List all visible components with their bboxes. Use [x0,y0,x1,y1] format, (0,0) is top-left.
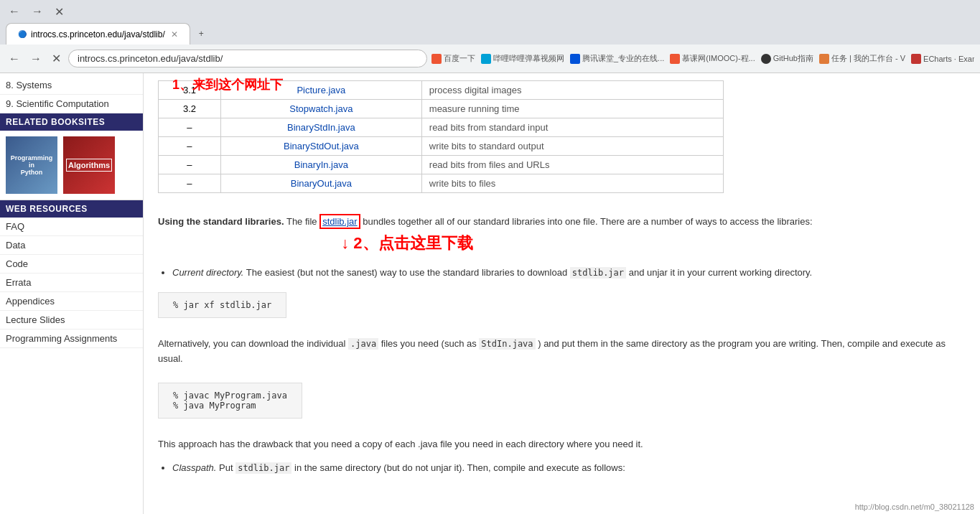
bookmarks-bar: 百度一下 哔哩哔哩弹幕视频网 腾讯课堂_专业的在线... 慕课网(IMOOC)-… [431,53,974,64]
tab-favicon: 🔵 [18,30,27,38]
table-cell-desc: write bits to files [421,174,723,193]
table-row: – BinaryIn.java read bits from files and… [159,156,724,174]
table-row: 3.1 Picture.java process digital images [159,81,724,100]
file-link[interactable]: Stopwatch.java [289,103,353,114]
table-cell-num: 3.1 [159,81,221,100]
table-cell-file: BinaryOut.java [220,174,421,193]
watermark: http://blog.csdn.net/m0_38021128 [855,503,974,511]
stdlib-jar-classpath: stdlib.jar [235,462,291,474]
table-cell-desc: read bits from files and URLs [421,156,723,174]
sidebar-section-web: Web Resources [0,200,143,218]
file-link[interactable]: BinaryStdIn.java [287,122,355,133]
table-cell-num: 3.2 [159,100,221,118]
table-cell-desc: write bits to standard output [421,137,723,156]
file-link[interactable]: BinaryIn.java [294,159,348,170]
new-tab-button[interactable]: + [190,23,213,45]
file-link[interactable]: BinaryStdOut.java [284,141,359,151]
table-cell-num: – [159,174,221,193]
table-row: 3.2 Stopwatch.java measure running time [159,100,724,118]
bookmark-task[interactable]: 任务 | 我的工作台 - V [819,53,905,64]
stdlib-table: 3.1 Picture.java process digital images … [158,80,724,193]
stdin-code: StdIn.java [479,338,535,350]
sidebar-books: ProgramminginPython Algorithms [0,131,143,200]
list-item-current-dir: Current directory. The easiest (but not … [172,266,966,280]
using-libraries-section: Using the standard libraries. The file s… [158,207,966,487]
sidebar-item-errata[interactable]: Errata [0,274,143,292]
table-cell-file: BinaryStdIn.java [220,118,421,137]
book-cover-python[interactable]: ProgramminginPython [6,136,57,194]
classpath-list: Classpath. Put stdlib.jar in the same di… [172,461,966,475]
table-cell-file: Stopwatch.java [220,100,421,118]
table-row: – BinaryOut.java write bits to files [159,174,724,193]
drawback-para: This approach has the drawback that you … [158,437,966,452]
bookmark-baidu[interactable]: 百度一下 [431,53,475,64]
bookmark-tencent[interactable]: 腾讯课堂_专业的在线... [570,53,664,64]
active-tab[interactable]: 🔵 introcs.cs.princeton.edu/java/stdlib/ … [6,23,190,45]
table-container: 3.1 Picture.java process digital images … [158,80,966,193]
using-libraries-title: Using the standard libraries. [158,216,284,227]
stdlib-jar-link[interactable]: stdlib.jar [319,214,360,229]
nav-forward[interactable]: → [27,50,45,68]
java-ext-code: .java [348,338,378,350]
forward-button[interactable]: → [29,2,46,21]
bookmark-github[interactable]: GitHub指南 [761,53,813,64]
code-block-compile: % javac MyProgram.java % java MyProgram [158,383,302,419]
bookmark-bilibili[interactable]: 哔哩哔哩弹幕视频网 [481,53,564,64]
code-block-jar: % jar xf stdlib.jar [158,292,286,318]
sidebar-section-booksites: Related Booksites [0,113,143,131]
table-cell-num: – [159,137,221,156]
reload-button[interactable]: ✕ [52,2,67,22]
annotation-step2: ↓ 2、点击这里下载 [341,230,472,256]
access-methods-list: Current directory. The easiest (but not … [172,266,966,280]
using-libraries-text: Using the standard libraries. The file s… [158,215,966,230]
bullet-title-classpath: Classpath. [172,462,216,473]
sidebar-item-appendices[interactable]: Appendices [0,292,143,311]
table-cell-desc: process digital images [421,81,723,100]
main-content: 1、来到这个网址下 ↑ 3.1 Picture.java process dig… [144,73,980,514]
alternative-para: Alternatively, you can download the indi… [158,337,966,367]
nav-back[interactable]: ← [6,50,23,68]
table-row: – BinaryStdIn.java read bits from standa… [159,118,724,137]
sidebar-item-data[interactable]: Data [0,236,143,255]
sidebar-item-systems[interactable]: 8. Systems [0,76,143,95]
book-cover-algorithms[interactable]: Algorithms [63,136,115,194]
back-button[interactable]: ← [6,2,23,21]
nav-reload[interactable]: ✕ [49,49,64,68]
title-bar: ← → ✕ [0,0,980,23]
url-input[interactable] [68,50,427,67]
table-cell-file: Picture.java [220,81,421,100]
table-cell-num: – [159,118,221,137]
list-item-classpath: Classpath. Put stdlib.jar in the same di… [172,461,966,475]
code-line-2: % java MyProgram [173,401,287,411]
stdlib-jar-inline: stdlib.jar [570,267,626,279]
code-line-1: % javac MyProgram.java [173,391,287,401]
file-link[interactable]: BinaryOut.java [291,178,352,189]
browser-chrome: ← → ✕ 🔵 introcs.cs.princeton.edu/java/st… [0,0,980,73]
bookmark-imooc[interactable]: 慕课网(IMOOC)-程... [670,53,755,64]
bookmark-echarts-ex[interactable]: ECharts · Example [911,54,974,64]
sidebar-item-scientific[interactable]: 9. Scientific Computation [0,95,143,113]
table-cell-num: – [159,156,221,174]
using-text-before: The file [286,216,319,227]
table-cell-desc: measure running time [421,100,723,118]
page-content: 8. Systems 9. Scientific Computation Rel… [0,73,980,514]
table-cell-file: BinaryIn.java [220,156,421,174]
file-link[interactable]: Picture.java [297,85,345,95]
nav-bar: ← → ✕ 百度一下 哔哩哔哩弹幕视频网 腾讯课堂_专业的在线... 慕课网(I… [0,45,980,73]
sidebar-item-lecture-slides[interactable]: Lecture Slides [0,311,143,330]
sidebar-item-programming-assignments[interactable]: Programming Assignments [0,330,143,348]
table-row: – BinaryStdOut.java write bits to standa… [159,137,724,156]
sidebar-item-faq[interactable]: FAQ [0,218,143,236]
sidebar: 8. Systems 9. Scientific Computation Rel… [0,73,144,514]
bullet-title-current: Current directory. [172,267,243,278]
table-cell-file: BinaryStdOut.java [220,137,421,156]
sidebar-item-code[interactable]: Code [0,255,143,274]
tab-label: introcs.cs.princeton.edu/java/stdlib/ [31,29,165,39]
table-cell-desc: read bits from standard input [421,118,723,137]
